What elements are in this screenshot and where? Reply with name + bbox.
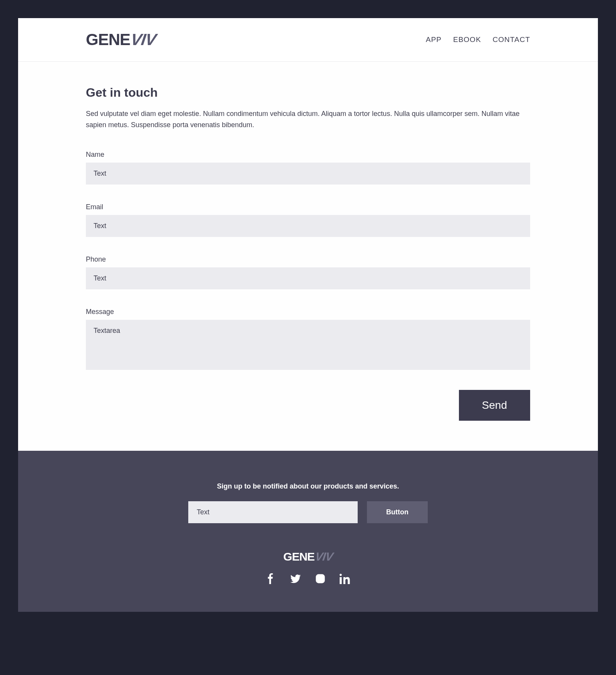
signup-button[interactable]: Button [367,501,428,523]
footer-logo-part2: VIV [314,550,333,563]
page-wrap: GENE VIV APP EBOOK CONTACT Get in touch … [18,18,598,612]
facebook-icon[interactable] [266,573,276,584]
social-links [86,573,530,584]
label-email: Email [86,203,530,211]
signup-email-input[interactable] [188,501,358,523]
brand-logo-part2: VIV [130,30,157,49]
nav-item-contact[interactable]: CONTACT [493,35,530,44]
input-email[interactable] [86,215,530,237]
site-header: GENE VIV APP EBOOK CONTACT [18,18,598,62]
form-actions: Send [86,390,530,421]
label-phone: Phone [86,255,530,264]
svg-point-2 [322,576,323,576]
nav-item-ebook[interactable]: EBOOK [453,35,481,44]
nav-item-app[interactable]: APP [426,35,442,44]
field-message: Message [86,308,530,371]
input-phone[interactable] [86,267,530,289]
main-content: Get in touch Sed vulputate vel diam eget… [18,62,598,451]
page-intro: Sed vulputate vel diam eget molestie. Nu… [86,108,530,131]
twitter-icon[interactable] [290,573,301,584]
label-message: Message [86,308,530,316]
brand-logo[interactable]: GENE VIV [86,30,156,49]
svg-point-1 [318,577,322,580]
footer-logo-part1: GENE [283,550,315,563]
input-name[interactable] [86,163,530,185]
main-nav: APP EBOOK CONTACT [426,35,530,44]
site-footer: Sign up to be notified about our product… [18,451,598,612]
instagram-icon[interactable] [315,573,326,584]
signup-row: Button [86,501,530,523]
brand-logo-part1: GENE [86,30,130,49]
signup-text: Sign up to be notified about our product… [86,482,530,490]
label-name: Name [86,151,530,159]
send-button[interactable]: Send [459,390,530,421]
input-message[interactable] [86,320,530,370]
field-phone: Phone [86,255,530,289]
linkedin-icon[interactable] [340,573,350,584]
page-title: Get in touch [86,86,530,100]
field-email: Email [86,203,530,237]
field-name: Name [86,151,530,185]
footer-logo[interactable]: GENE VIV [86,550,530,563]
